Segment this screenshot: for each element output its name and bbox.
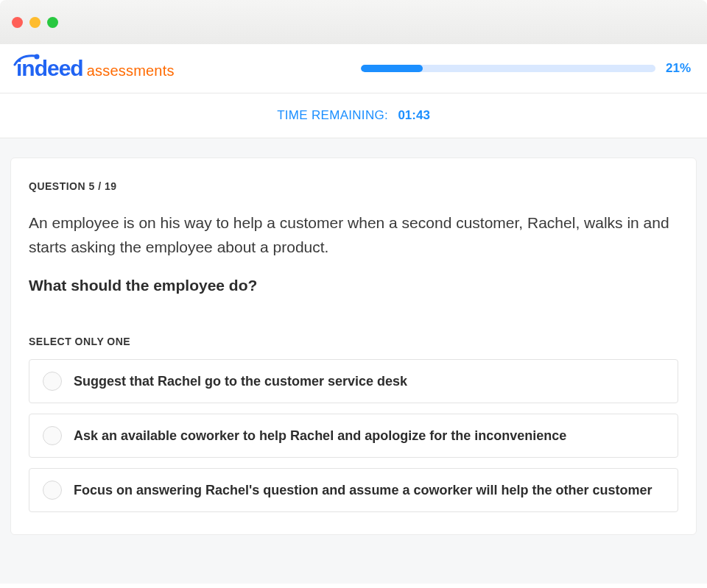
logo-product-text: assessments — [87, 63, 175, 79]
question-scenario: An employee is on his way to help a cust… — [29, 211, 678, 259]
window-close-button[interactable] — [12, 17, 23, 28]
option-2[interactable]: Focus on answering Rachel's question and… — [29, 468, 678, 512]
progress-percent: 21% — [666, 61, 691, 76]
option-text: Focus on answering Rachel's question and… — [74, 483, 652, 498]
select-hint: SELECT ONLY ONE — [29, 336, 678, 347]
progress: 21% — [361, 61, 691, 76]
progress-bar — [361, 65, 655, 72]
question-counter: QUESTION 5 / 19 — [29, 180, 678, 192]
option-text: Suggest that Rachel go to the customer s… — [74, 374, 407, 389]
radio-icon — [43, 426, 62, 445]
window-titlebar — [0, 0, 707, 44]
logo-brand: indeed — [16, 57, 83, 79]
logo: indeed assessments — [16, 57, 175, 79]
window-zoom-button[interactable] — [47, 17, 58, 28]
option-1[interactable]: Ask an available coworker to help Rachel… — [29, 414, 678, 458]
radio-icon — [43, 481, 62, 500]
option-text: Ask an available coworker to help Rachel… — [74, 428, 566, 444]
question-card: QUESTION 5 / 19 An employee is on his wa… — [10, 157, 697, 535]
progress-fill — [361, 65, 423, 72]
radio-icon — [43, 372, 62, 391]
timer-bar: TIME REMAINING: 01:43 — [0, 93, 707, 138]
logo-swoosh-icon — [13, 53, 47, 66]
content-area: QUESTION 5 / 19 An employee is on his wa… — [0, 138, 707, 584]
header: indeed assessments 21% — [0, 44, 707, 93]
timer-value: 01:43 — [398, 108, 429, 122]
question-prompt: What should the employee do? — [29, 277, 678, 294]
svg-point-0 — [35, 54, 40, 60]
option-0[interactable]: Suggest that Rachel go to the customer s… — [29, 359, 678, 403]
timer-label: TIME REMAINING: — [277, 108, 388, 122]
window-minimize-button[interactable] — [29, 17, 41, 28]
